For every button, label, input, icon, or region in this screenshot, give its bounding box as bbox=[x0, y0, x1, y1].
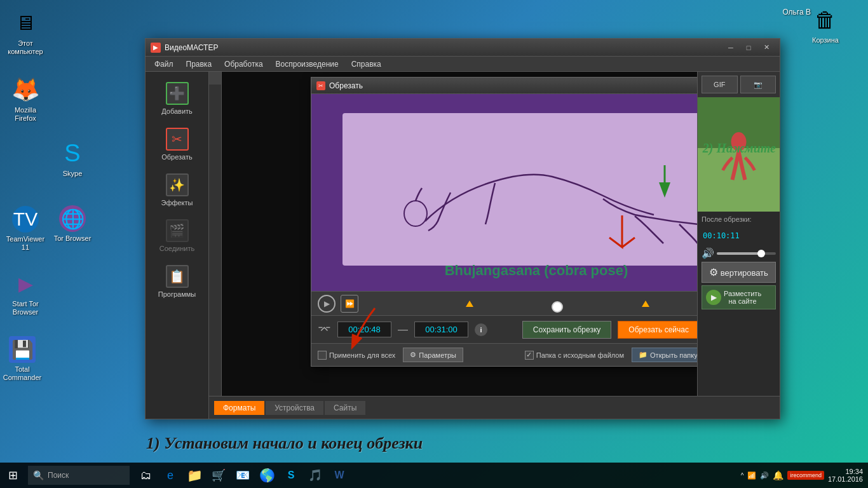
volume-slider[interactable] bbox=[717, 252, 776, 255]
screenshot-button[interactable]: 📷 bbox=[740, 76, 776, 93]
desktop-icon-firefox[interactable]: 🦊 MozillaFirefox bbox=[3, 73, 48, 125]
timeline-end-marker bbox=[642, 301, 649, 307]
source-folder-checkbox[interactable]: ✓ Папка с исходным файлом bbox=[525, 351, 624, 360]
arrow-annotation bbox=[590, 209, 654, 262]
save-crop-button[interactable]: Сохранить обрезку bbox=[522, 321, 611, 339]
taskbar-search-area[interactable]: 🔍 Поиск bbox=[28, 466, 130, 485]
volume-taskbar-icon[interactable]: 🔊 bbox=[760, 471, 769, 480]
play-button[interactable]: ▶ bbox=[318, 295, 336, 313]
app-body: ➕ Добавить ✂ Обрезать ✨ Эффекты 🎬 Соедин… bbox=[146, 72, 780, 419]
after-crop-info: После обрезки: bbox=[698, 212, 780, 227]
right-panel-bottom: 🔊 ⚙ вертировать ▶ bbox=[698, 243, 780, 313]
after-crop-time-display: 00:10:11 bbox=[698, 227, 780, 243]
place-on-site-button[interactable]: ▶ Разместитьна сайте bbox=[702, 285, 776, 309]
taskbar-store-icon[interactable]: 🛒 bbox=[207, 463, 230, 487]
sidebar-join-button[interactable]: 🎬 Соединить bbox=[146, 214, 208, 257]
taskbar-app-icons: 🗂 e 📁 🛒 📧 🌎 S 🎵 W bbox=[135, 463, 351, 487]
taskbar-media-icon[interactable]: 🎵 bbox=[304, 463, 327, 487]
add-icon: ➕ bbox=[166, 82, 189, 105]
gif-button[interactable]: GIF bbox=[702, 76, 738, 93]
trim-start-icon: ⌤ bbox=[318, 323, 331, 337]
recycle-icon: 🗑 bbox=[811, 6, 839, 34]
content-top: ✂ Обрезать ─ ✕ bbox=[209, 72, 780, 396]
search-placeholder: Поиск bbox=[48, 471, 69, 480]
step1-annotation: 1) Установим начало и конец обрезки bbox=[146, 434, 423, 453]
svg-text:Bhujangasana (cobra pose): Bhujangasana (cobra pose) bbox=[445, 262, 628, 278]
taskbar-word-icon[interactable]: W bbox=[328, 463, 351, 487]
volume-fill bbox=[717, 252, 761, 255]
crop-now-button[interactable]: Обрезать сейчас bbox=[618, 321, 697, 339]
volume-icon: 🔊 bbox=[702, 247, 714, 259]
timeline-handle[interactable] bbox=[552, 301, 563, 313]
notification-icon[interactable]: 🔔 bbox=[773, 470, 783, 480]
teamviewer-icon: TV bbox=[12, 206, 39, 233]
right-panel-controls: GIF 📷 bbox=[698, 72, 780, 97]
crop-label: Обрезать bbox=[161, 153, 193, 161]
sidebar-programs-button[interactable]: 📋 Программы bbox=[146, 260, 208, 303]
desktop-icon-torbrowser[interactable]: 🌐 Tor Browser bbox=[50, 203, 95, 245]
place-label: Разместитьна сайте bbox=[724, 290, 761, 305]
close-button[interactable]: ✕ bbox=[758, 41, 775, 54]
maximize-button[interactable]: □ bbox=[740, 41, 757, 54]
taskbar-file-manager-icon[interactable]: 🗂 bbox=[135, 463, 158, 487]
tab-devices-button[interactable]: Устройства bbox=[266, 401, 323, 415]
file-list-checkbox[interactable] bbox=[209, 72, 221, 85]
info-icon[interactable]: i bbox=[475, 323, 487, 336]
tab-sites-button[interactable]: Сайты bbox=[325, 401, 365, 415]
add-label: Добавить bbox=[161, 107, 193, 115]
source-folder-label: Папка с исходным файлом bbox=[536, 351, 624, 359]
menu-file[interactable]: Файл bbox=[148, 57, 180, 71]
tab-formats-button[interactable]: Форматы bbox=[214, 401, 264, 415]
total-commander-icon: 💾 bbox=[9, 336, 36, 363]
windows-icon: ⊞ bbox=[8, 468, 18, 482]
app-window: ▶ ВидеоМАСТЕР ─ □ ✕ Файл Правка Обработк… bbox=[145, 38, 780, 419]
desktop-icon-teamviewer[interactable]: TV TeamViewer11 bbox=[3, 203, 48, 254]
right-panel: GIF 📷 bbox=[697, 72, 780, 396]
skype-label: Skype bbox=[63, 170, 83, 178]
main-content: ✂ Обрезать ─ ✕ bbox=[209, 72, 780, 419]
desktop-icon-total-commander[interactable]: 💾 TotalCommander bbox=[0, 334, 44, 384]
folder-icon: 📁 bbox=[639, 351, 648, 359]
taskbar-time-display: 19:34 bbox=[845, 468, 863, 475]
menu-playback[interactable]: Воспроизведение bbox=[269, 57, 345, 71]
taskbar-folder-icon[interactable]: 📁 bbox=[183, 463, 206, 487]
sidebar-add-button[interactable]: ➕ Добавить bbox=[146, 77, 208, 120]
convert-icon: ⚙ bbox=[709, 267, 718, 278]
menu-process[interactable]: Обработка bbox=[218, 57, 269, 71]
join-label: Соединить bbox=[159, 245, 195, 252]
computer-label: Этоткомпьютер bbox=[8, 39, 43, 56]
volume-handle[interactable] bbox=[757, 250, 765, 257]
bottom-bar: Форматы Устройства Сайты bbox=[209, 396, 780, 419]
end-time-input[interactable] bbox=[414, 322, 468, 337]
taskbar: ⊞ 🔍 Поиск 🗂 e 📁 🛒 📧 🌎 S 🎵 W ^ 📶 🔊 🔔 irec… bbox=[0, 463, 868, 488]
firefox-icon: 🦊 bbox=[11, 76, 39, 104]
minimize-button[interactable]: ─ bbox=[722, 41, 739, 54]
taskbar-clock[interactable]: 19:34 17.01.2016 bbox=[828, 468, 863, 483]
desktop-icon-start-tor[interactable]: ▶ Start TorBrowser bbox=[3, 267, 48, 319]
start-tor-label: Start TorBrowser bbox=[12, 300, 38, 316]
teamviewer-label: TeamViewer11 bbox=[6, 235, 44, 252]
systray-arrow[interactable]: ^ bbox=[741, 472, 744, 479]
start-button[interactable]: ⊞ bbox=[0, 463, 25, 488]
open-folder-button[interactable]: 📁 Открыть папку bbox=[632, 348, 697, 362]
desktop-icon-skype[interactable]: S Skype bbox=[50, 137, 95, 180]
apply-all-check bbox=[318, 351, 327, 360]
menu-help[interactable]: Справка bbox=[345, 57, 388, 71]
sidebar-crop-button[interactable]: ✂ Обрезать bbox=[146, 123, 208, 166]
parameters-label: Параметры bbox=[419, 351, 456, 359]
taskbar-date-display: 17.01.2016 bbox=[828, 475, 863, 483]
red-arrow bbox=[343, 305, 381, 358]
desktop-icon-computer[interactable]: 🖥 Этоткомпьютер bbox=[3, 6, 48, 58]
taskbar-edge-icon[interactable]: e bbox=[159, 463, 182, 487]
open-folder-label: Открыть папку bbox=[650, 351, 697, 359]
taskbar-systray: ^ 📶 🔊 🔔 irecommend 19:34 17.01.2016 bbox=[741, 468, 868, 483]
convert-button[interactable]: ⚙ вертировать bbox=[702, 262, 776, 283]
crop-dialog-title: Обрезать bbox=[329, 81, 697, 90]
sidebar-effects-button[interactable]: ✨ Эффекты bbox=[146, 168, 208, 212]
menu-edit[interactable]: Правка bbox=[180, 57, 219, 71]
parameters-button[interactable]: ⚙ Параметры bbox=[403, 348, 463, 362]
taskbar-chrome-icon[interactable]: 🌎 bbox=[255, 463, 278, 487]
volume-row: 🔊 bbox=[702, 247, 776, 259]
taskbar-mail-icon[interactable]: 📧 bbox=[231, 463, 254, 487]
taskbar-skype-taskbar-icon[interactable]: S bbox=[280, 463, 302, 487]
